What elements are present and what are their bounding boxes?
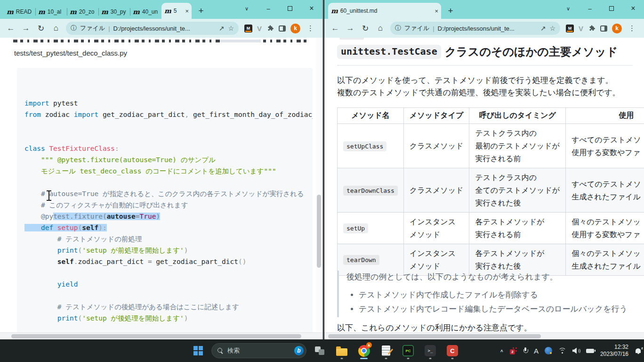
file-explorer-button[interactable] [333,341,351,360]
camtasia-icon: C [447,345,458,356]
code-line: # このフィクスチャが自動的に呼び出されます [24,199,313,211]
url-text: D:/projects/lessons/unit_te... [438,25,537,32]
forward-button[interactable]: → [19,21,33,35]
home-button[interactable]: ⌂ [49,21,63,35]
tab-search-chevron-icon[interactable]: ∨ [236,0,258,17]
profile-avatar[interactable]: k [612,24,622,33]
share-icon[interactable]: ↗ [540,25,546,32]
horizontal-scrollbar-thumb[interactable] [328,334,541,338]
tab-close-icon[interactable]: × [435,8,438,15]
side-panel-icon[interactable] [279,25,286,32]
table-cell: テストクラス内の最初のテストメソッドが実行される前 [469,124,566,168]
share-icon[interactable]: ↗ [219,25,225,32]
task-view-button[interactable] [311,341,329,360]
table-header: 使用 [566,108,644,124]
clipped-code-chip [339,38,364,40]
page-info-icon[interactable]: ⓘ [71,24,77,33]
vue-devtools-extension-icon[interactable]: V [579,25,583,33]
browser-tab[interactable]: m20_zo [67,5,98,19]
markdown-viewer-extension-icon[interactable]: M [244,25,252,33]
taskbar: 検索 b k PC >_ C ∧ 2 A 12:32 [0,339,644,362]
minimize-button[interactable]: – [579,0,601,17]
windows-logo-icon [193,346,203,355]
table-cell: すべてのテストメソ使用する変数やファ [566,124,644,168]
extensions-puzzle-icon[interactable] [588,25,596,32]
refresh-button[interactable]: ↻ [34,21,48,35]
address-bar[interactable]: ⓘ ファイル | D:/projects/lessons/unit_te... … [390,22,560,35]
page-content-right: unittest.TestCase クラスのそのほかの主要メソッド 以下のメソッ… [324,38,644,339]
maximize-button[interactable] [601,0,622,17]
side-panel-icon[interactable] [600,25,607,32]
address-bar[interactable]: ⓘ ファイル | D:/projects/lessons/unit_te... … [66,22,239,35]
browser-tab[interactable]: m10_al [35,5,67,19]
methods-table: メソッド名メソッドタイプ呼び出しのタイミング使用 setUpClassクラスメソ… [337,107,644,276]
extensions-puzzle-icon[interactable] [266,25,274,32]
new-tab-button[interactable]: + [194,4,208,17]
browser-menu-icon[interactable]: ⋮ [627,24,637,33]
notepad-button[interactable] [377,341,395,360]
notification-bell-icon[interactable]: z [636,347,641,354]
horizontal-scrollbar[interactable] [324,332,644,339]
method-name-chip: setUpClass [343,141,386,151]
back-button[interactable]: ← [4,21,18,35]
bookmark-star-icon[interactable]: ☆ [228,25,234,32]
page-info-icon[interactable]: ⓘ [395,24,401,33]
new-tab-button[interactable]: + [444,4,457,17]
terminal-button[interactable]: >_ [421,341,439,360]
browser-tab[interactable]: m30_py [98,5,130,19]
close-button[interactable]: × [622,0,644,17]
forward-button[interactable]: → [343,21,357,35]
start-button[interactable] [189,341,207,360]
active-tab[interactable]: m 5 × [161,3,192,19]
bing-icon: b [294,346,304,355]
chrome-button[interactable]: k [355,341,373,360]
markdown-file-icon: m [38,8,45,16]
tab-close-icon[interactable]: × [185,8,189,15]
code-line: # autouse=True が指定されると、このクラス内の各テストメソッドが実… [24,188,313,199]
code-line: モジュール test_deco_class のコードにコメントを追加しています"… [24,165,313,177]
taskbar-clock[interactable]: 12:32 2023/07/16 [600,344,628,358]
close-button[interactable]: × [301,0,322,17]
vertical-scrollbar-thumb[interactable] [317,195,321,268]
minimize-button[interactable]: – [258,0,279,17]
markdown-file-icon: m [101,8,108,16]
url-divider: | [108,25,110,32]
back-button[interactable]: ← [328,21,342,35]
table-row: setUpインスタンスメソッド各テストメソッドが実行される前個々のテストメソッ使… [338,213,644,244]
taskbar-search-box[interactable]: 検索 b [211,343,306,358]
markdown-file-icon: m [7,8,14,16]
text-cursor [46,190,52,201]
vertical-scrollbar[interactable] [316,38,322,332]
profile-avatar[interactable]: k [290,24,300,33]
horizontal-scrollbar-thumb[interactable] [11,334,301,338]
refresh-button[interactable]: ↻ [358,21,372,35]
browser-tab[interactable]: m40_un [130,5,161,19]
ime-mode-indicator[interactable]: A [534,347,539,355]
microphone-icon[interactable] [523,347,528,354]
home-button[interactable]: ⌂ [373,21,387,35]
outro-paragraph: 以下、これらのメソッドの利用にかかる注意点です。 [337,322,532,333]
camtasia-button[interactable]: C [443,341,461,360]
heading-text: クラスのそのほかの主要メソッド [445,44,618,59]
browser-tab[interactable]: mREAD [4,5,35,19]
markdown-viewer-extension-icon[interactable]: M [566,25,574,33]
intro-line: 以下のメソッドを使って、テストメソッド前後で行う処理を定義できます。 [337,74,620,87]
horizontal-scrollbar[interactable] [0,332,322,339]
table-cell: すべてのテストメソ生成されたファイル [566,168,644,213]
wifi-icon[interactable] [558,348,566,354]
pycharm-button[interactable]: PC [399,341,417,360]
weather-app-icon[interactable] [545,347,552,354]
browser-menu-icon[interactable]: ⋮ [305,24,316,33]
url-scheme-label: ファイル [404,24,429,33]
maximize-button[interactable] [279,0,301,17]
hidden-icons-chevron[interactable]: ∧ [500,348,504,353]
badged-app-icon[interactable]: 2 [510,347,517,354]
bookmark-star-icon[interactable]: ☆ [549,25,555,32]
volume-icon[interactable] [572,348,580,354]
battery-icon[interactable] [586,349,594,353]
section-heading: unittest.TestCase クラスのそのほかの主要メソッド [337,44,633,66]
active-tab[interactable]: m 60_unittest.md × [328,3,441,19]
code-line: def setup(self): [24,222,313,233]
tab-search-chevron-icon[interactable]: ∨ [557,0,579,17]
vue-devtools-extension-icon[interactable]: V [257,25,262,33]
